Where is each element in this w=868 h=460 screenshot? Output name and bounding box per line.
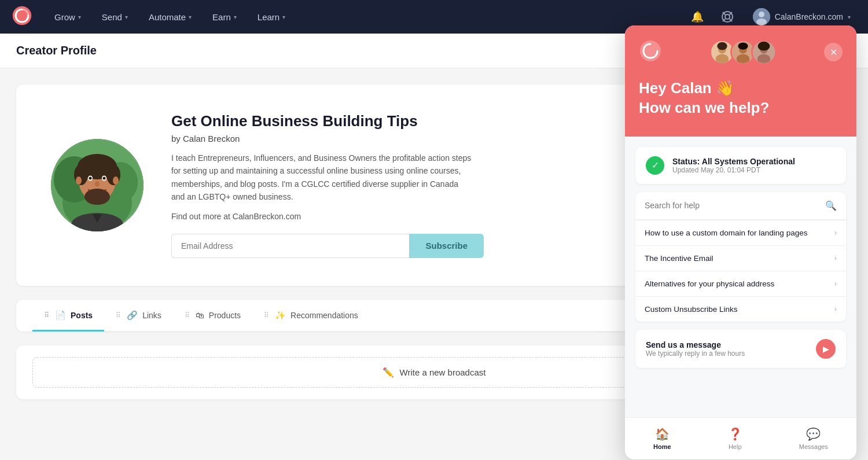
- status-card: ✓ Status: All Systems Operational Update…: [635, 147, 846, 184]
- unsubscribe-label: Custom Unsubscribe Links: [645, 305, 738, 314]
- svg-point-40: [757, 54, 770, 64]
- subscribe-row: Subscribe: [171, 234, 484, 258]
- svg-point-24: [84, 189, 110, 205]
- svg-point-21: [89, 176, 92, 179]
- profile-chevron-icon: ▾: [848, 14, 851, 20]
- profile-avatar: [51, 139, 144, 231]
- svg-point-33: [717, 42, 727, 50]
- search-icon[interactable]: 🔍: [825, 200, 837, 211]
- nav-send[interactable]: Send ▾: [94, 8, 136, 27]
- help-greeting: Hey Calan 👋 How can we help?: [639, 79, 843, 118]
- help-header-top: ✕: [639, 39, 843, 65]
- help-close-button[interactable]: ✕: [824, 43, 843, 61]
- svg-point-26: [113, 176, 119, 185]
- svg-point-32: [716, 54, 729, 64]
- nav-automate[interactable]: Automate ▾: [141, 8, 200, 27]
- svg-point-22: [103, 176, 106, 179]
- physical-address-chevron-icon: ›: [834, 279, 837, 288]
- edit-icon: ✏️: [382, 367, 394, 378]
- footer-tab-home[interactable]: 🏠 Home: [644, 424, 681, 454]
- tab-products-label: Products: [209, 311, 241, 320]
- custom-domain-chevron-icon: ›: [834, 229, 837, 237]
- unsubscribe-chevron-icon: ›: [834, 305, 837, 313]
- links-drag-icon: ⠿: [116, 311, 121, 319]
- svg-point-36: [737, 54, 749, 64]
- svg-point-37: [738, 43, 748, 50]
- svg-point-23: [95, 181, 100, 187]
- question-icon: ❓: [728, 427, 742, 441]
- help-widget-footer: 🏠 Home ❓ Help 💬 Messages: [625, 417, 856, 459]
- grow-chevron-icon: ▾: [78, 14, 81, 20]
- incentive-email-label: The Incentive Email: [645, 254, 713, 263]
- help-link-unsubscribe[interactable]: Custom Unsubscribe Links ›: [635, 296, 846, 322]
- footer-tab-messages[interactable]: 💬 Messages: [790, 424, 837, 454]
- svg-point-2: [725, 14, 730, 19]
- links-tab-icon: 🔗: [127, 310, 138, 321]
- messages-icon: 💬: [806, 427, 821, 441]
- send-message-button[interactable]: ▶: [816, 339, 836, 359]
- learn-chevron-icon: ▾: [282, 14, 285, 20]
- help-link-custom-domain[interactable]: How to use a custom domain for landing p…: [635, 220, 846, 245]
- search-input[interactable]: [645, 201, 819, 210]
- products-tab-icon: 🛍: [196, 310, 204, 320]
- help-widget-body: ✓ Status: All Systems Operational Update…: [625, 137, 856, 417]
- nav-grow[interactable]: Grow ▾: [46, 8, 89, 27]
- incentive-email-chevron-icon: ›: [834, 254, 837, 262]
- svg-point-9: [756, 19, 767, 25]
- posts-drag-icon: ⠿: [44, 311, 49, 319]
- earn-chevron-icon: ▾: [234, 14, 237, 20]
- svg-point-41: [758, 42, 770, 51]
- status-updated: Updated May 20, 01:04 PDT: [672, 166, 795, 174]
- help-widget-header: ✕ Hey Calan 👋 How can we help?: [625, 25, 856, 137]
- footer-tab-help[interactable]: ❓ Help: [719, 424, 752, 454]
- profile-description: I teach Entrepreneurs, Influencers, and …: [171, 152, 472, 204]
- status-title: Status: All Systems Operational: [672, 157, 795, 166]
- page-title: Creator Profile: [16, 44, 97, 57]
- profile-name: CalanBreckon.com: [775, 12, 843, 21]
- broadcast-label: Write a new broadcast: [400, 367, 486, 377]
- svg-point-8: [759, 12, 764, 17]
- custom-domain-label: How to use a custom domain for landing p…: [645, 229, 807, 237]
- notifications-button[interactable]: 🔔: [687, 6, 708, 27]
- tab-links-label: Links: [142, 311, 161, 320]
- svg-point-25: [76, 176, 82, 185]
- send-message-title: Send us a message: [646, 340, 745, 349]
- footer-help-label: Help: [729, 443, 742, 450]
- help-widget-logo: [639, 39, 662, 65]
- automate-chevron-icon: ▾: [189, 14, 192, 20]
- send-message-subtitle: We typically reply in a few hours: [646, 349, 745, 358]
- help-link-incentive-email[interactable]: The Incentive Email ›: [635, 245, 846, 271]
- profile-avatar-container: [51, 139, 144, 231]
- nav-avatar: [753, 8, 770, 25]
- brand-logo[interactable]: [12, 5, 42, 28]
- email-input[interactable]: [171, 234, 409, 258]
- tab-posts-label: Posts: [71, 311, 93, 320]
- recommendations-tab-icon: ✨: [275, 310, 286, 321]
- search-card: 🔍 How to use a custom domain for landing…: [635, 192, 846, 322]
- tab-links[interactable]: ⠿ 🔗 Links: [104, 300, 173, 332]
- status-icon: ✓: [646, 156, 664, 175]
- help-widget: ✕ Hey Calan 👋 How can we help? ✓ Status:…: [625, 25, 856, 459]
- send-chevron-icon: ▾: [125, 14, 128, 20]
- search-input-row: 🔍: [635, 192, 846, 220]
- home-icon: 🏠: [655, 427, 670, 441]
- recommendations-drag-icon: ⠿: [264, 311, 269, 319]
- footer-home-label: Home: [653, 443, 671, 450]
- help-button[interactable]: [717, 6, 738, 27]
- subscribe-button[interactable]: Subscribe: [409, 234, 484, 258]
- physical-address-label: Alternatives for your physical address: [645, 279, 774, 288]
- nav-learn[interactable]: Learn ▾: [249, 8, 293, 27]
- tab-recommendations-label: Recommendations: [290, 311, 358, 320]
- posts-tab-icon: 📄: [55, 310, 66, 321]
- agent-avatar-3: [751, 39, 777, 65]
- nav-earn[interactable]: Earn ▾: [204, 8, 245, 27]
- status-info: Status: All Systems Operational Updated …: [672, 157, 795, 174]
- send-message-info: Send us a message We typically reply in …: [646, 340, 745, 358]
- help-link-physical-address[interactable]: Alternatives for your physical address ›: [635, 271, 846, 296]
- tab-posts[interactable]: ⠿ 📄 Posts: [32, 300, 104, 332]
- tab-recommendations[interactable]: ⠿ ✨ Recommendations: [252, 300, 370, 332]
- help-agent-avatars: [709, 39, 777, 65]
- tab-products[interactable]: ⠿ 🛍 Products: [173, 300, 252, 331]
- footer-messages-label: Messages: [799, 443, 828, 450]
- products-drag-icon: ⠿: [185, 311, 190, 319]
